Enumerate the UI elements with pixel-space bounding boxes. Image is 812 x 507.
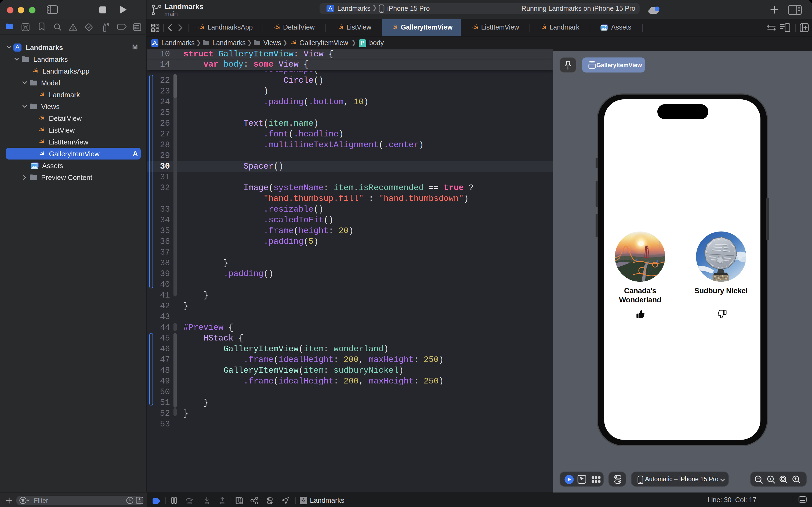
svg-text:1: 1 — [769, 476, 771, 481]
